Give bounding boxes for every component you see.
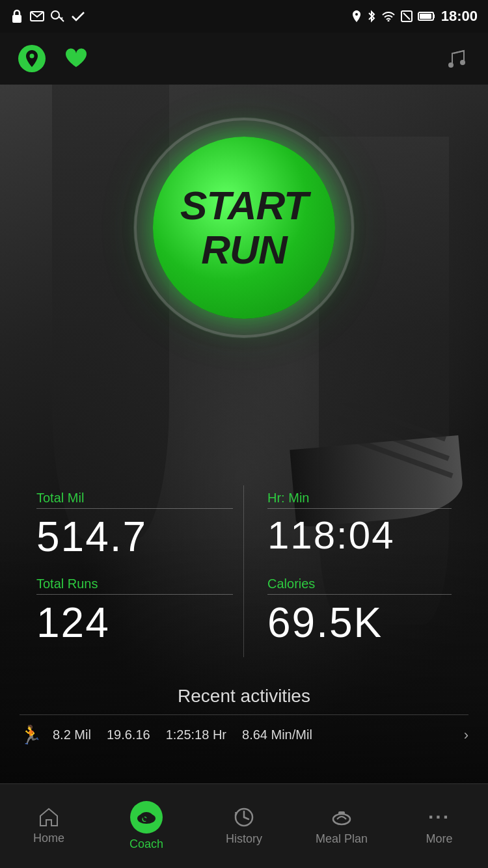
music-button[interactable] bbox=[440, 44, 470, 74]
bluetooth-icon bbox=[367, 10, 376, 23]
status-bar: 18:00 bbox=[0, 0, 488, 33]
svg-point-10 bbox=[448, 62, 454, 68]
svg-rect-19 bbox=[338, 811, 345, 815]
history-icon-svg bbox=[233, 806, 255, 828]
stat-label-hrmin: Hr: Min bbox=[267, 491, 452, 506]
bottom-nav: Home C C Coach bbox=[0, 783, 488, 868]
stat-label-runs: Total Runs bbox=[36, 576, 233, 591]
recent-distance: 8.2 Mil bbox=[53, 727, 91, 742]
nav-label-coach: Coach bbox=[129, 837, 163, 851]
location-button[interactable] bbox=[18, 45, 46, 72]
svg-rect-0 bbox=[12, 15, 21, 23]
stat-value-cal: 69.5K bbox=[267, 599, 452, 647]
mealplan-nav-icon bbox=[331, 806, 353, 828]
home-nav-icon bbox=[38, 807, 60, 828]
key-icon bbox=[51, 10, 65, 23]
nav-label-more: More bbox=[426, 832, 452, 846]
start-run-line1: START bbox=[180, 183, 308, 228]
stat-calories: Calories 69.5K bbox=[244, 571, 462, 657]
stat-label-cal: Calories bbox=[267, 576, 452, 591]
svg-point-9 bbox=[30, 54, 34, 59]
recent-row-stats: 8.2 Mil 19.6.16 1:25:18 Hr 8.64 Min/Mil bbox=[53, 727, 454, 742]
heart-icon bbox=[64, 47, 88, 70]
battery-icon bbox=[418, 11, 436, 21]
stat-label-miles: Total Mil bbox=[36, 491, 233, 506]
recent-pace: 8.64 Min/Mil bbox=[242, 727, 312, 742]
stat-total-runs: Total Runs 124 bbox=[26, 571, 244, 657]
svg-point-11 bbox=[460, 60, 465, 65]
stat-value-runs: 124 bbox=[36, 599, 233, 647]
svg-point-4 bbox=[387, 20, 389, 22]
nav-item-mealplan[interactable]: Meal Plan bbox=[293, 784, 390, 868]
start-run-line2: RUN bbox=[201, 228, 286, 272]
recent-activities: Recent activities 🏃 8.2 Mil 19.6.16 1:25… bbox=[0, 686, 488, 755]
recent-activities-title: Recent activities bbox=[0, 686, 488, 707]
stat-divider-miles bbox=[36, 508, 233, 509]
check-icon bbox=[72, 10, 85, 22]
lock-icon bbox=[10, 9, 23, 23]
nav-item-home[interactable]: Home bbox=[0, 784, 98, 868]
svg-rect-8 bbox=[420, 14, 431, 19]
recent-activity-row[interactable]: 🏃 8.2 Mil 19.6.16 1:25:18 Hr 8.64 Min/Mi… bbox=[0, 715, 488, 755]
nav-label-mealplan: Meal Plan bbox=[316, 832, 368, 846]
home-icon-svg bbox=[38, 807, 60, 828]
start-run-button[interactable]: START RUN bbox=[153, 137, 335, 319]
hero-section: START RUN Total Mil 514.7 Hr: Min 118:04… bbox=[0, 85, 488, 794]
svg-point-2 bbox=[51, 11, 59, 19]
signal-icon bbox=[381, 11, 396, 21]
more-nav-icon: ··· bbox=[428, 806, 450, 828]
location-status-icon bbox=[351, 10, 362, 23]
status-icons-right: 18:00 bbox=[351, 8, 478, 25]
stat-divider-cal bbox=[267, 594, 452, 595]
meal-icon-svg bbox=[331, 806, 353, 828]
status-icons-left bbox=[10, 9, 85, 23]
stat-divider-runs bbox=[36, 594, 233, 595]
heart-button[interactable] bbox=[61, 44, 91, 74]
recent-date: 19.6.16 bbox=[107, 727, 150, 742]
stat-value-hrmin: 118:04 bbox=[267, 513, 452, 558]
svg-line-6 bbox=[403, 13, 410, 20]
action-bar bbox=[0, 33, 488, 85]
stat-total-miles: Total Mil 514.7 bbox=[26, 485, 244, 571]
nav-item-coach[interactable]: C C Coach bbox=[98, 784, 195, 868]
start-run-container: START RUN bbox=[133, 117, 355, 338]
nav-item-history[interactable]: History bbox=[195, 784, 293, 868]
runner-icon: 🏃 bbox=[20, 724, 42, 746]
recent-duration: 1:25:18 Hr bbox=[166, 727, 226, 742]
stats-grid: Total Mil 514.7 Hr: Min 118:04 Total Run… bbox=[0, 485, 488, 657]
pin-icon bbox=[25, 49, 39, 68]
music-icon bbox=[444, 47, 465, 70]
nav-label-home: Home bbox=[33, 832, 64, 845]
action-bar-left bbox=[18, 44, 91, 74]
coach-nav-icon: C C bbox=[130, 801, 163, 834]
recent-arrow-icon: › bbox=[464, 727, 468, 744]
coach-badge: C C bbox=[130, 801, 163, 834]
svg-point-3 bbox=[355, 13, 358, 16]
stat-hrmin: Hr: Min 118:04 bbox=[244, 485, 462, 571]
no-signal-icon bbox=[401, 10, 413, 22]
start-run-outer-ring: START RUN bbox=[133, 117, 355, 338]
nav-label-history: History bbox=[226, 832, 262, 846]
history-nav-icon bbox=[233, 806, 255, 828]
stat-value-miles: 514.7 bbox=[36, 513, 233, 561]
stat-divider-hrmin bbox=[267, 508, 452, 509]
nav-item-more[interactable]: ··· More bbox=[390, 784, 488, 868]
email-icon bbox=[30, 11, 44, 21]
svg-point-18 bbox=[333, 814, 350, 824]
time-display: 18:00 bbox=[441, 8, 478, 25]
coach-badge-c: C bbox=[142, 811, 151, 824]
